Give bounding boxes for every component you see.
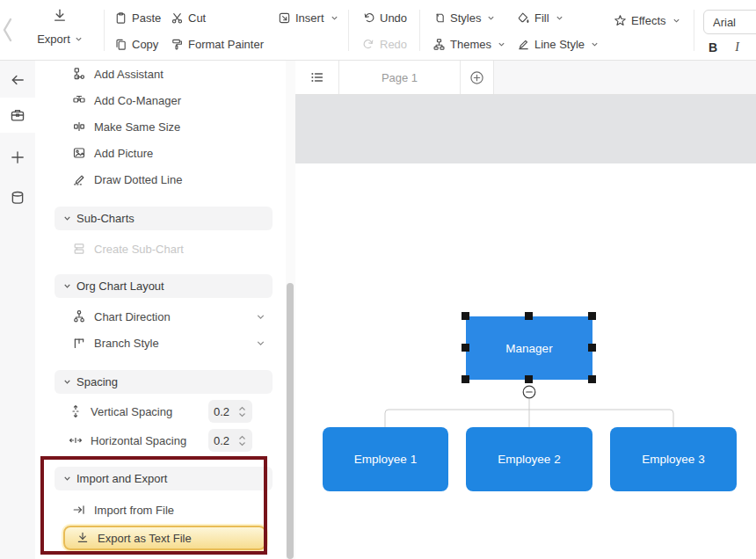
node-manager[interactable]: Manager [466,316,592,380]
cut-label: Cut [188,11,206,25]
page-tab[interactable]: Page 1 [339,61,461,94]
chevron-down-icon [487,14,495,22]
chevron-down-icon [75,35,83,43]
node-employee-1[interactable]: Employee 1 [323,427,448,491]
format-painter-button[interactable]: Format Painter [171,34,264,54]
horizontal-spacing-label: Horizontal Spacing [91,434,186,447]
cut-button[interactable]: Cut [171,8,265,27]
panel-scrollbar-track[interactable] [286,61,295,559]
node-employee-3-label: Employee 3 [642,453,704,466]
bold-button[interactable]: B [709,40,717,54]
font-family-input[interactable] [703,10,756,34]
paste-button[interactable]: Paste [114,8,165,27]
new-document-button[interactable] [0,140,35,175]
line-style-button[interactable]: Line Style [517,34,599,54]
create-sub-chart-button[interactable]: Create Sub-Chart [35,236,286,262]
stepper-down-icon[interactable] [238,412,246,417]
vertical-spacing-input[interactable] [208,405,235,418]
make-same-size-button[interactable]: Make Same Size [35,113,286,140]
draw-dotted-line-icon [72,172,86,186]
page-tab-bar: Page 1 [295,61,756,95]
add-page-button[interactable] [461,61,494,94]
selection-handle-w[interactable] [462,344,469,352]
org-chart-layout-title: Org Chart Layout [76,280,164,293]
stepper-up-icon[interactable] [238,435,246,440]
chevron-down-icon [62,214,72,223]
undo-button[interactable]: Undo [362,8,407,27]
export-as-text-icon [76,531,90,545]
node-employee-2-label: Employee 2 [498,453,560,466]
left-icon-rail [0,61,35,559]
insert-button[interactable]: Insert [278,8,338,27]
chart-direction-dropdown[interactable]: Chart Direction [35,303,286,330]
draw-dotted-line-button[interactable]: Draw Dotted Line [35,166,286,192]
branch-style-dropdown[interactable]: Branch Style [35,330,286,356]
collapse-branch-button[interactable] [522,385,536,399]
spacing-title: Spacing [76,375,118,388]
chart-direction-label: Chart Direction [94,310,171,323]
database-icon [10,190,25,206]
toolbar-divider [419,10,420,51]
page-tab-label: Page 1 [382,71,418,84]
window-back-button[interactable] [1,16,15,44]
add-co-manager-button[interactable]: Add Co-Manager [35,87,286,113]
fill-label: Fill [534,11,549,25]
pages-list-icon [309,69,325,85]
panel-scrollbar-thumb[interactable] [287,283,294,559]
make-same-size-icon [72,120,86,134]
import-from-file-button[interactable]: Import from File [35,497,286,523]
node-employee-3[interactable]: Employee 3 [610,427,737,491]
briefcase-icon [10,107,25,123]
export-button[interactable]: Export [23,8,97,48]
section-header-sub-charts[interactable]: Sub-Charts [55,207,273,230]
export-label: Export [37,33,70,46]
collapse-minus-icon [522,385,536,399]
selection-handle-n[interactable] [525,312,533,320]
page-list-button[interactable] [295,61,339,94]
horizontal-spacing-input[interactable] [208,434,235,447]
add-page-icon [469,70,484,85]
italic-button[interactable]: I [735,40,739,54]
styles-button[interactable]: Styles [433,8,505,27]
panel-back-button[interactable] [0,62,35,98]
paste-icon [114,11,127,25]
selection-handle-nw[interactable] [462,312,469,320]
stepper-down-icon[interactable] [238,441,246,446]
redo-button[interactable]: Redo [362,34,407,54]
redo-icon [362,38,375,51]
section-header-spacing[interactable]: Spacing [55,370,273,394]
data-panel-button[interactable] [0,180,35,215]
selection-handle-s[interactable] [525,375,533,383]
add-picture-button[interactable]: Add Picture [35,140,286,166]
toolbar-divider [348,10,349,51]
selection-handle-sw[interactable] [462,375,469,383]
add-assistant-icon [72,67,86,81]
copy-button[interactable]: Copy [114,34,165,54]
themes-button[interactable]: Themes [433,34,505,54]
node-employee-2[interactable]: Employee 2 [466,427,592,491]
add-co-manager-icon [72,93,86,107]
themes-label: Themes [450,38,491,51]
fill-button[interactable]: Fill [517,8,599,27]
node-manager-label: Manager [505,342,552,355]
styles-label: Styles [450,11,481,25]
selection-handle-se[interactable] [588,375,596,383]
stepper-up-icon[interactable] [238,406,246,411]
selection-handle-e[interactable] [588,344,596,352]
org-chart-panel-tab[interactable] [0,98,35,133]
export-as-text-file-button[interactable]: Export as Text File [63,526,266,550]
tab-bar-filler [494,61,756,94]
effects-button[interactable]: Effects [614,11,680,30]
copy-icon [114,38,127,51]
effects-icon [614,14,627,27]
paste-label: Paste [132,11,161,25]
chevron-down-icon [556,14,563,22]
chart-direction-icon [72,309,86,323]
section-header-import-and-export[interactable]: Import and Export [55,467,273,490]
section-header-org-chart-layout[interactable]: Org Chart Layout [55,274,273,298]
make-same-size-label: Make Same Size [94,120,180,134]
chevron-down-icon [62,474,72,483]
selection-handle-ne[interactable] [588,312,596,320]
add-assistant-button[interactable]: Add Assistant [35,61,286,87]
insert-icon [278,11,291,25]
